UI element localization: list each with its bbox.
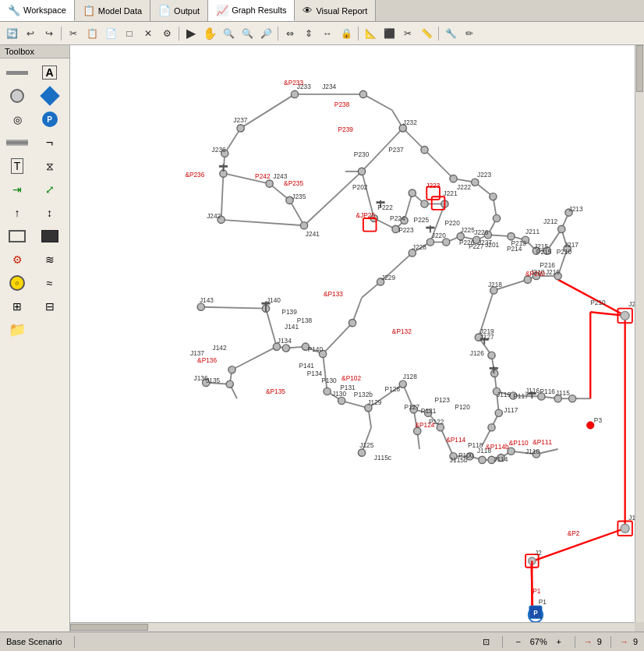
pump-tool[interactable]: ⚙ — [3, 249, 31, 271]
svg-text:J241: J241 — [306, 230, 320, 238]
export-tool[interactable]: ⤢ — [36, 179, 64, 200]
grid-tool[interactable]: ⊞ — [3, 295, 31, 317]
svg-point-169 — [358, 449, 365, 456]
zoom-out-button[interactable]: − — [511, 635, 525, 649]
svg-point-101 — [300, 222, 307, 229]
tab-model-data[interactable]: 📋 Model Data — [75, 0, 150, 21]
svg-text:P138: P138 — [297, 317, 313, 324]
new-button[interactable]: 🔄 — [3, 25, 20, 42]
svg-text:P1: P1 — [533, 587, 541, 595]
pan-tool[interactable]: ✋ — [201, 25, 218, 42]
folder-tool[interactable]: 📁 — [3, 319, 31, 341]
junction-tool[interactable] — [3, 85, 31, 107]
svg-text:J127: J127 — [480, 333, 494, 341]
select-tool[interactable]: ▶ — [182, 25, 200, 42]
svg-text:P215: P215 — [536, 248, 552, 256]
svg-point-94 — [291, 90, 298, 97]
tab-output[interactable]: 📄 Output — [150, 0, 208, 21]
pipe-tool[interactable] — [3, 62, 31, 83]
lock-button[interactable]: 🔒 — [338, 25, 355, 42]
import-tool[interactable]: ⇥ — [3, 179, 31, 200]
svg-text:&P111: &P111 — [533, 438, 552, 446]
reservoir-tool[interactable] — [36, 85, 64, 107]
undo-button[interactable]: ↩ — [22, 25, 39, 42]
horizontal-scroll-thumb[interactable] — [70, 624, 148, 631]
flip-v-button[interactable]: ⇕ — [300, 25, 317, 42]
svg-text:J110: J110 — [525, 448, 540, 455]
wave-tool[interactable]: ≈ — [36, 272, 64, 294]
toolbar: 🔄 ↩ ↪ ✂ 📋 📄 □ ✕ ⚙ ▶ ✋ 🔍 🔍 🔎 ⇔ ⇕ ↔ 🔒 📐 ⬛ … — [0, 22, 644, 45]
horizontal-scrollbar[interactable] — [70, 622, 635, 632]
svg-text:P216: P216 — [540, 261, 556, 269]
zoom-in-button[interactable]: + — [552, 635, 566, 649]
valve-tool[interactable]: ⧖ — [36, 155, 64, 177]
svg-text:J218: J218 — [488, 281, 502, 288]
tank-tool[interactable]: ↑ — [3, 202, 31, 224]
svg-text:J216: J216 — [546, 268, 560, 276]
svg-text:J116: J116 — [525, 387, 540, 394]
delete-button[interactable]: ✕ — [140, 25, 157, 42]
counter1-value: 9 — [597, 637, 602, 646]
text-tool[interactable]: A — [36, 62, 64, 83]
svg-point-105 — [421, 147, 428, 154]
select-button[interactable]: □ — [121, 25, 138, 42]
tab-workspace[interactable]: 🔧 Workspace — [0, 0, 75, 21]
svg-text:P132b: P132b — [354, 391, 373, 398]
copy-button[interactable]: 📋 — [83, 25, 101, 42]
svg-text:J200: J200 — [628, 300, 635, 308]
elbow-tool[interactable]: ⌐ — [36, 132, 64, 154]
svg-text:P116: P116 — [540, 387, 556, 395]
paste-button[interactable]: 📄 — [102, 25, 119, 42]
tank2-tool[interactable]: ↕ — [36, 202, 64, 224]
measure-button[interactable]: 📏 — [418, 25, 435, 42]
align-button[interactable]: 📐 — [362, 25, 379, 42]
find-tool[interactable]: 🔎 — [257, 25, 274, 42]
resize-button[interactable]: ↔ — [319, 25, 336, 42]
svg-point-144 — [324, 387, 331, 394]
svg-point-127 — [558, 225, 565, 232]
svg-text:J117: J117 — [504, 406, 518, 414]
short-pipe-tool[interactable] — [3, 132, 31, 154]
canvas-area[interactable]: .pipe { stroke: #888; stroke-width: 2; f… — [70, 45, 644, 632]
flip-h-button[interactable]: ⇔ — [281, 25, 299, 42]
connect-tool[interactable]: ⊟ — [36, 295, 64, 317]
tee-tool[interactable]: T — [3, 155, 31, 177]
redo-button[interactable]: ↪ — [41, 25, 58, 42]
svg-point-168 — [349, 320, 356, 327]
tab-visual-report[interactable]: 👁 Visual Report — [295, 0, 376, 21]
tab-graph-results[interactable]: 📈 Graph Results — [208, 0, 295, 21]
svg-text:J143: J143 — [200, 296, 214, 304]
eye-display-tool[interactable]: ◎ — [3, 108, 31, 130]
zoom-tool[interactable]: 🔍 — [220, 25, 237, 42]
arrow-icon: → — [584, 637, 593, 646]
rect-solid-tool[interactable] — [36, 225, 64, 247]
svg-line-16 — [425, 150, 454, 179]
svg-text:P227: P227 — [469, 242, 484, 250]
sep1 — [61, 27, 62, 41]
svg-text:J228: J228 — [412, 243, 426, 251]
svg-text:J213: J213 — [569, 205, 583, 213]
edit-button[interactable]: ✏ — [461, 25, 478, 42]
ungroup-button[interactable]: ✂ — [399, 25, 416, 42]
svg-point-95 — [359, 90, 366, 97]
zoom-in-tool[interactable]: 🔍 — [239, 25, 256, 42]
vertical-scroll-thumb[interactable] — [636, 45, 643, 92]
svg-text:J125: J125 — [359, 441, 373, 449]
status-sep3 — [575, 636, 575, 648]
output-icon: 📄 — [158, 5, 171, 16]
properties-button[interactable]: 🔧 — [442, 25, 459, 42]
svg-line-12 — [304, 172, 362, 225]
svg-text:&P200: &P200 — [525, 270, 545, 278]
cut-button[interactable]: ✂ — [65, 25, 82, 42]
circle-tool[interactable]: ○ — [3, 272, 31, 294]
fit-button[interactable]: ⊡ — [479, 635, 494, 649]
group-button[interactable]: ⬛ — [380, 25, 398, 42]
graph-results-icon: 📈 — [216, 5, 228, 16]
pressure-zone-tool[interactable]: P — [36, 108, 64, 130]
rect-open-tool[interactable] — [3, 225, 31, 247]
vertical-scrollbar[interactable] — [635, 45, 644, 622]
fan-tool[interactable]: ≋ — [36, 249, 64, 271]
settings-button[interactable]: ⚙ — [158, 25, 175, 42]
svg-text:J212: J212 — [543, 218, 557, 225]
svg-text:J223: J223 — [477, 171, 491, 179]
